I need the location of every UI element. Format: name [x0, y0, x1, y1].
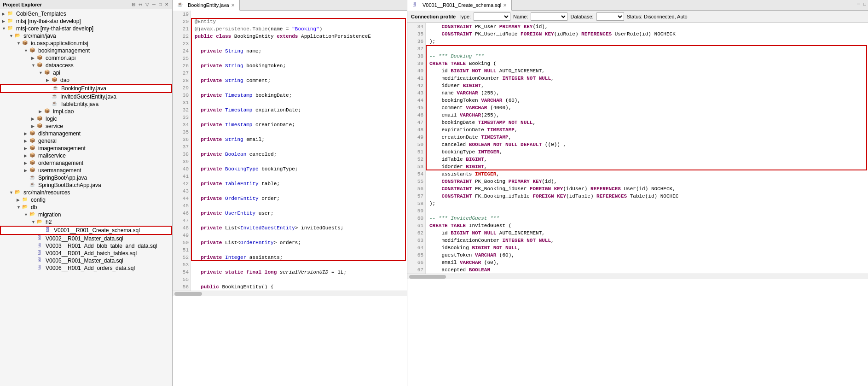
- tree-item-V0002[interactable]: 🗄 V0002__R001_Master_data.sql: [0, 235, 172, 242]
- package-icon: 📦: [37, 55, 44, 61]
- sql-editor-content[interactable]: 34 35 36 37 38 39 40 41 42 43 44 45: [407, 23, 868, 386]
- type-select[interactable]: [474, 12, 510, 21]
- project-tree[interactable]: ▶ 📁 CobiGen_Templates ▶ 📁 mtsj [my-thai-…: [0, 9, 172, 386]
- tree-item-dao[interactable]: ▶ 📦 dao: [0, 76, 172, 84]
- line-num: 46: [407, 111, 425, 119]
- tree-item-TableEntity[interactable]: ☕ TableEntity.java: [0, 100, 172, 108]
- project-explorer-panel: Project Explorer ⊟ ⇔ ▽ ─ □ ✕ ▶ 📁 CobiGen…: [0, 0, 173, 386]
- tree-item-imagemgmt[interactable]: ▶ 📦 imagemanagement: [0, 145, 172, 152]
- tree-label: dishmanagement: [38, 130, 81, 137]
- line-num: 19: [173, 11, 191, 18]
- tree-item-migration[interactable]: ▼ 📂 migration: [0, 211, 172, 218]
- sql-code-line: -- *** Booking ***: [429, 53, 864, 60]
- line-num: 51: [407, 148, 425, 156]
- package-icon: 📦: [52, 77, 59, 83]
- line-num: 64: [407, 244, 425, 251]
- tree-item-mtsj[interactable]: ▶ 📁 mtsj [my-thai-star develop]: [0, 18, 172, 25]
- tree-item-mtsj-core[interactable]: ▼ 📁 mtsj-core [my-thai-star develop]: [0, 25, 172, 32]
- tree-item-V0005[interactable]: 🗄 V0005__R001_Master_data.sql: [0, 257, 172, 264]
- name-select[interactable]: [531, 12, 567, 21]
- line-num: 41: [407, 75, 425, 82]
- code-line: public BookingEntity() {: [195, 283, 403, 291]
- tree-item-BookingEntity[interactable]: ☕ BookingEntity.java: [0, 84, 172, 93]
- line-num: 46: [173, 210, 191, 217]
- tree-item-dishmgmt[interactable]: ▶ 📦 dishmanagement: [0, 130, 172, 137]
- tree-item-V0004[interactable]: 🗄 V0004__R001_Add_batch_tables.sql: [0, 250, 172, 257]
- line-num: 29: [173, 84, 191, 92]
- java-scrollbar-h[interactable]: [173, 291, 407, 296]
- tree-item-common[interactable]: ▶ 📦 common.api: [0, 54, 172, 62]
- sql-code-line: creationDate TIMESTAMP,: [429, 134, 864, 141]
- line-num: 44: [173, 195, 191, 202]
- tree-item-h2[interactable]: ▼ 📂 h2: [0, 218, 172, 226]
- folder-icon: 📂: [29, 211, 37, 218]
- java-tab-close[interactable]: ✕: [231, 3, 235, 8]
- tree-item-InvitedGuestEntity[interactable]: ☕ InvitedGuestEntity.java: [0, 93, 172, 100]
- database-select[interactable]: [596, 12, 624, 21]
- tree-item-io-oasp[interactable]: ▼ 📦 io.oasp.application.mtsj: [0, 40, 172, 47]
- tree-item-cobiGen[interactable]: ▶ 📁 CobiGen_Templates: [0, 10, 172, 18]
- sql-file-icon: 🗄: [37, 250, 44, 257]
- java-editor-content[interactable]: 19 20 21 22 23 24 25 26 27 28 29 30: [173, 11, 407, 386]
- tree-item-bookingmgmt[interactable]: ▼ 📦 bookingmanagement: [0, 47, 172, 54]
- maximize-sql-icon[interactable]: □: [862, 0, 868, 10]
- package-icon: 📦: [29, 152, 37, 159]
- tree-item-impl-dao[interactable]: ▶ 📦 impl.dao: [0, 108, 172, 115]
- java-editor-tabs: ☕ BookingEntity.java ✕: [173, 0, 407, 11]
- sql-code-line: bookingDate TIMESTAMP NOT NULL,: [429, 119, 864, 126]
- database-label: Database:: [570, 14, 593, 19]
- menu-icon[interactable]: ▽: [145, 1, 150, 7]
- tree-label: imagemanagement: [38, 145, 86, 152]
- tree-item-config[interactable]: ▶ 📁 config: [0, 196, 172, 204]
- sql-code-line: CONSTRAINT PK_Booking PRIMARY KEY(id),: [429, 178, 864, 185]
- tree-item-SpringBootApp[interactable]: ☕ SpringBootApp.java: [0, 174, 172, 181]
- tree-item-logic[interactable]: ▶ 📦 logic: [0, 115, 172, 123]
- tree-item-src-main-java[interactable]: ▼ 📂 src/main/java: [0, 32, 172, 40]
- line-num: 25: [173, 55, 191, 62]
- sql-code-line: CONSTRAINT FK_Booking_idTable FOREIGN KE…: [429, 193, 864, 200]
- code-line: private Timestamp bookingDate;: [195, 92, 403, 99]
- sql-code-line: CREATE TABLE Booking (: [429, 60, 864, 67]
- code-line: private Boolean canceled;: [195, 151, 403, 158]
- line-num: 37: [173, 143, 191, 151]
- tree-item-usermgmt[interactable]: ▶ 📦 usermanagement: [0, 167, 172, 174]
- maximize-icon[interactable]: □: [158, 1, 162, 7]
- tree-item-SpringBootBatchApp[interactable]: ☕ SpringBootBatchApp.java: [0, 181, 172, 189]
- tree-item-V0003[interactable]: 🗄 V0003__R001_Add_blob_table_and_data.sq…: [0, 242, 172, 250]
- sql-line-numbers: 34 35 36 37 38 39 40 41 42 43 44 45: [407, 23, 426, 274]
- sql-editor-tab[interactable]: 🗄 V0001__R001_Create_schema.sql ✕: [407, 0, 512, 11]
- tree-item-mailservice[interactable]: ▶ 📦 mailservice: [0, 152, 172, 159]
- tree-item-service[interactable]: ▶ 📦 service: [0, 123, 172, 130]
- line-num: 34: [407, 23, 425, 30]
- minimize-sql-icon[interactable]: ─: [855, 0, 862, 10]
- close-icon[interactable]: ✕: [164, 1, 169, 7]
- tree-item-dataaccess[interactable]: ▼ 📦 dataaccess: [0, 62, 172, 69]
- tree-item-src-main-resources[interactable]: ▼ 📂 src/main/resources: [0, 189, 172, 196]
- sql-code-line: [429, 207, 864, 215]
- java-editor-tab[interactable]: ☕ BookingEntity.java ✕: [173, 0, 240, 11]
- sql-scrollbar-h[interactable]: [407, 274, 868, 279]
- sql-code-line: modificationCounter INTEGER NOT NULL,: [429, 75, 864, 82]
- line-numbers: 19 20 21 22 23 24 25 26 27 28 29 30: [173, 11, 191, 291]
- link-editor-icon[interactable]: ⇔: [138, 1, 143, 7]
- tree-label: bookingmanagement: [38, 47, 90, 54]
- tree-item-ordermgmt[interactable]: ▶ 📦 ordermanagement: [0, 159, 172, 167]
- line-num: 52: [407, 156, 425, 163]
- sql-code-area: 34 35 36 37 38 39 40 41 42 43 44 45: [407, 23, 868, 274]
- line-num: 39: [407, 60, 425, 67]
- tree-item-api[interactable]: ▼ 📦 api: [0, 69, 172, 76]
- tree-item-general[interactable]: ▶ 📦 general: [0, 137, 172, 145]
- tree-item-V0006[interactable]: 🗄 V0006__R001_Add_orders_data.sql: [0, 264, 172, 272]
- tree-item-V0001[interactable]: 🗄 V0001__R001_Create_schema.sql: [0, 226, 172, 235]
- minimize-icon[interactable]: ─: [151, 1, 156, 7]
- sql-tab-close[interactable]: ✕: [503, 3, 507, 8]
- line-num: 28: [173, 77, 191, 84]
- tree-label: src/main/java: [23, 33, 56, 39]
- line-num: 62: [407, 229, 425, 237]
- sql-file-icon: 🗄: [45, 227, 52, 234]
- connection-bar: Connection profile Type: Name: Database:…: [407, 11, 868, 23]
- tree-item-db[interactable]: ▼ 📂 db: [0, 204, 172, 211]
- tree-label: service: [46, 123, 63, 129]
- collapse-all-icon[interactable]: ⊟: [131, 1, 136, 7]
- sql-file-icon: 🗄: [37, 257, 44, 264]
